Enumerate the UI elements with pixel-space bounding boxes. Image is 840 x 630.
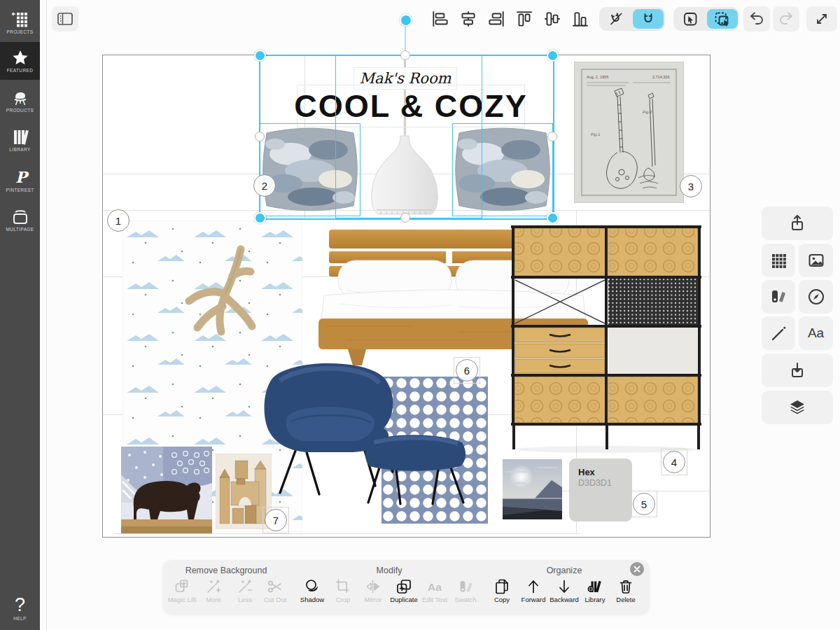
layers-button[interactable] xyxy=(762,391,833,424)
arrow-up-icon xyxy=(525,578,542,595)
redo-button[interactable] xyxy=(773,6,799,31)
storage-unit-item[interactable] xyxy=(509,223,704,454)
layers-icon xyxy=(788,398,807,417)
arrow-down-icon xyxy=(556,578,573,595)
mirror-icon xyxy=(365,578,382,595)
sidebar-item-products[interactable]: PRODUCTS xyxy=(0,83,40,119)
seascape-photo-item[interactable] xyxy=(503,459,562,519)
svg-text:Fig.1: Fig.1 xyxy=(591,132,600,136)
wand-plus-icon xyxy=(205,578,222,595)
pointer-select-icon xyxy=(682,10,699,27)
projects-grid-icon xyxy=(11,11,29,28)
selection-handle-top-left[interactable] xyxy=(254,50,266,62)
compass-icon xyxy=(806,287,826,307)
sidebar-item-multipage[interactable]: MULTIPAGE xyxy=(0,202,40,238)
align-middle-icon[interactable] xyxy=(542,9,562,29)
magnet-off-button[interactable] xyxy=(601,9,631,29)
draw-button[interactable] xyxy=(762,316,795,350)
align-right-icon[interactable] xyxy=(486,9,506,29)
layout-guide-line xyxy=(114,533,581,534)
sidebar-label: PRODUCTS xyxy=(6,108,34,113)
marquee-multiselect-icon xyxy=(713,10,732,27)
blue-ottoman-item[interactable] xyxy=(358,433,470,507)
item-badge-4[interactable]: 4 xyxy=(663,451,685,473)
sidebar: PROJECTS FEATURED PRODUCTS LIBRARY xyxy=(0,0,40,630)
align-center-icon[interactable] xyxy=(458,9,478,29)
delete-button[interactable]: Delete xyxy=(605,578,647,603)
sidebar-toggle-button[interactable] xyxy=(52,6,78,31)
panel-toggle-icon xyxy=(56,10,74,28)
align-top-icon[interactable] xyxy=(514,9,534,29)
sidebar-label: PROJECTS xyxy=(7,29,34,34)
selection-handle-mid-right[interactable] xyxy=(547,132,557,141)
multi-select-button[interactable] xyxy=(707,9,738,29)
selection-handle-bottom-right[interactable] xyxy=(547,212,559,224)
svg-text:P: P xyxy=(15,168,29,186)
scissors-icon xyxy=(267,578,284,595)
fullscreen-button[interactable] xyxy=(806,6,837,31)
selection-handle-mid-left[interactable] xyxy=(255,132,265,141)
select-toggle-group xyxy=(673,7,739,31)
align-bottom-icon[interactable] xyxy=(570,9,590,29)
hex-value: D3D3D1 xyxy=(578,478,632,488)
sidebar-label: MULTIPAGE xyxy=(6,227,34,232)
edit-text-icon: Aa xyxy=(426,578,443,595)
chair-icon xyxy=(11,90,29,106)
multipage-icon xyxy=(11,208,29,225)
browse-button[interactable] xyxy=(799,280,833,314)
board-title-text[interactable]: COOL & COZY xyxy=(297,85,525,127)
import-button[interactable] xyxy=(762,354,833,387)
item-badge-6[interactable]: 6 xyxy=(456,359,478,382)
cut-out-button[interactable]: Cut Out xyxy=(254,578,296,603)
magnet-on-icon xyxy=(640,10,657,27)
pinterest-icon: P xyxy=(11,168,29,186)
text-tool-button[interactable]: Aa xyxy=(799,316,833,350)
bear-figurine-item[interactable] xyxy=(121,447,212,533)
item-badge-3[interactable]: 3 xyxy=(680,175,702,197)
sidebar-item-library[interactable]: LIBRARY xyxy=(0,122,40,158)
selection-handle-bottom-left[interactable] xyxy=(254,212,266,224)
hex-swatch-card[interactable]: Hex D3D3D1 xyxy=(569,458,632,522)
sidebar-edge-line xyxy=(46,0,47,630)
undo-button[interactable] xyxy=(743,6,770,31)
section-title-modify: Modify xyxy=(377,566,402,575)
image-button[interactable] xyxy=(799,244,833,277)
svg-text:Aug. 2, 1955: Aug. 2, 1955 xyxy=(587,75,608,79)
sidebar-label: PINTEREST xyxy=(6,188,34,192)
swatches-icon xyxy=(769,287,788,307)
cloud-pillow-left-item[interactable] xyxy=(261,125,359,214)
toolbar-close-button[interactable] xyxy=(630,562,644,576)
section-title-organize: Organize xyxy=(547,566,582,575)
align-left-icon[interactable] xyxy=(430,9,450,29)
sidebar-item-pinterest[interactable]: P PINTEREST xyxy=(0,162,40,198)
magnet-on-button[interactable] xyxy=(633,9,664,29)
sidebar-item-help[interactable]: ? HELP xyxy=(0,589,40,627)
share-button[interactable] xyxy=(762,206,833,240)
close-icon xyxy=(634,566,640,573)
copy-icon xyxy=(493,578,510,595)
selection-handle-bottom-center[interactable] xyxy=(400,213,410,223)
pendant-lamp-item[interactable] xyxy=(363,134,447,218)
help-icon: ? xyxy=(15,596,25,615)
share-icon xyxy=(788,214,807,233)
pointer-select-button[interactable] xyxy=(675,9,706,29)
swatch-button[interactable]: Swatch xyxy=(444,578,486,603)
guitar-patent-item[interactable]: Aug. 2, 1955 2,714,326 Fig.1 Fig.2 xyxy=(574,62,684,203)
cloud-pillow-right-item[interactable] xyxy=(454,125,552,214)
item-badge-5[interactable]: 5 xyxy=(633,493,655,515)
selection-handle-top-center[interactable] xyxy=(400,50,410,60)
item-badge-7[interactable]: 7 xyxy=(265,509,287,531)
undo-icon xyxy=(748,10,766,28)
item-badge-2[interactable]: 2 xyxy=(253,174,276,197)
books-icon xyxy=(11,129,29,146)
sidebar-item-projects[interactable]: PROJECTS xyxy=(0,4,40,41)
swatches-button[interactable] xyxy=(762,280,795,314)
selection-handle-top-right[interactable] xyxy=(547,50,559,62)
rotation-handle[interactable] xyxy=(400,14,412,27)
item-badge-1[interactable]: 1 xyxy=(107,209,130,232)
sidebar-label: FEATURED xyxy=(7,68,34,73)
sidebar-item-featured[interactable]: FEATURED xyxy=(0,42,40,80)
library-add-icon xyxy=(587,578,603,595)
grid-button[interactable] xyxy=(762,244,795,277)
antler-item[interactable] xyxy=(174,244,279,342)
